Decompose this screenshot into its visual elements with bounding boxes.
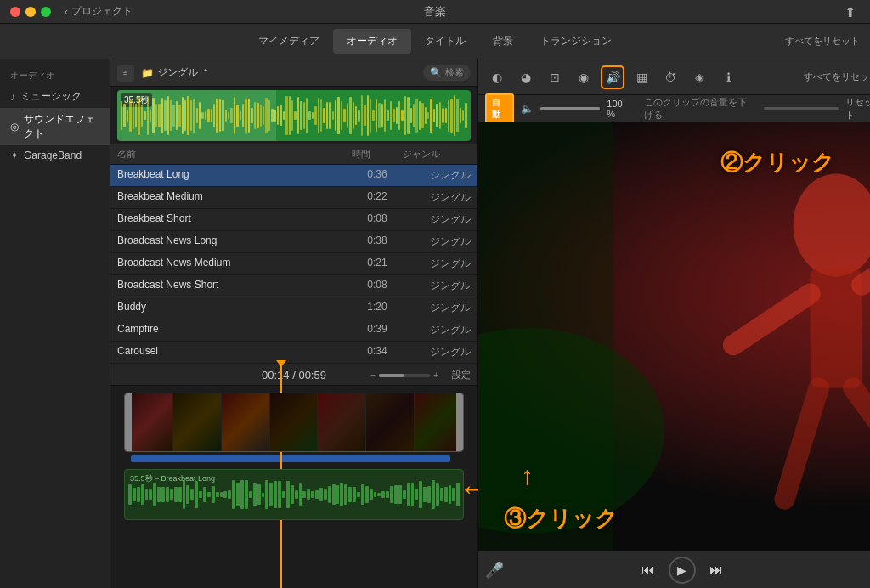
col-duration: 時間 <box>352 148 403 161</box>
info-tool[interactable]: ℹ <box>716 65 740 89</box>
filter-tool[interactable]: ◈ <box>687 65 711 89</box>
audio-track: 35.5秒 – Breakbeat Long <box>124 469 464 520</box>
reset-all-label[interactable]: すべてをリセット <box>804 71 870 83</box>
zoom-out-icon[interactable]: − <box>370 370 376 380</box>
tab-transition[interactable]: トランジション <box>527 29 625 54</box>
row-name: Breakbeat Short <box>117 212 352 227</box>
crop-tool[interactable]: ⊡ <box>543 65 567 89</box>
audio-browser: ≡ 📁 ジングル ⌃ 🔍 検索 35.5秒 <box>110 59 477 365</box>
waveform-bars <box>117 90 471 141</box>
tab-mymedia[interactable]: マイメディア <box>245 29 333 54</box>
annotation-click2: ②クリック <box>720 148 834 178</box>
back-button[interactable]: ‹ プロジェクト <box>65 4 133 19</box>
browser-topbar: ≡ 📁 ジングル ⌃ 🔍 検索 <box>110 59 477 87</box>
play-button[interactable]: ▶ <box>669 557 696 584</box>
playhead-head <box>276 360 286 367</box>
tab-title[interactable]: タイトル <box>411 29 479 54</box>
row-duration: 0:38 <box>352 235 403 249</box>
sidebar-label-garageband: GarageBand <box>24 150 82 161</box>
row-name: Breakbeat Medium <box>117 190 352 205</box>
titlebar: ‹ プロジェクト 音楽 ⬆ <box>0 0 870 24</box>
tab-audio[interactable]: オーディオ <box>333 29 411 54</box>
sidebar-item-soundeffects[interactable]: ◎ サウンドエフェクト <box>0 108 110 145</box>
row-duration: 1:20 <box>352 301 403 315</box>
volume-icon: 🔈 <box>521 103 534 115</box>
search-box[interactable]: 🔍 検索 <box>423 65 471 81</box>
auto-button[interactable]: 自動 <box>485 93 514 124</box>
speaker-icon: 🔊 <box>606 71 620 84</box>
row-duration: 0:34 <box>352 345 403 359</box>
row-genre: ジングル <box>403 345 471 359</box>
zoom-controls: − + <box>370 370 438 380</box>
sidebar-item-music[interactable]: ♪ ミュージック <box>0 85 110 108</box>
minimize-button[interactable] <box>25 7 36 17</box>
forward-button[interactable]: ⏭ <box>709 563 723 578</box>
volume-slider[interactable] <box>540 107 601 110</box>
titlebar-right: ⬆ <box>845 4 860 20</box>
reduce-label: このクリップの音量を下げる: <box>644 96 754 122</box>
annotation-click3-area: ③クリック ↑ <box>504 504 618 534</box>
table-row[interactable]: Breakbeat Long 0:36 ジングル <box>110 165 477 187</box>
maximize-button[interactable] <box>41 7 51 17</box>
chevron-icon: ⌃ <box>201 67 210 79</box>
row-genre: ジングル <box>403 235 471 249</box>
tab-background[interactable]: 背景 <box>479 29 527 54</box>
row-genre: ジングル <box>403 279 471 293</box>
row-duration: 0:08 <box>352 212 403 227</box>
window-title: 音楽 <box>424 4 446 20</box>
row-genre: ジングル <box>403 212 471 227</box>
video-frame-preview: ②クリック ③クリック ↑ <box>478 122 870 551</box>
table-row[interactable]: Broadcast News Medium 0:21 ジングル <box>110 253 477 275</box>
row-duration: 0:39 <box>352 323 403 337</box>
audio-table: 名前 時間 ジャンル Breakbeat Long 0:36 ジングル Brea… <box>110 144 477 365</box>
video-frame-4 <box>270 393 319 451</box>
chevron-left-icon: ‹ <box>65 6 68 18</box>
table-row[interactable]: Buddy 1:20 ジングル <box>110 297 477 319</box>
sidebar-header: オーディオ <box>0 66 110 85</box>
reduce-slider[interactable] <box>764 107 839 110</box>
garageband-icon: ✦ <box>10 150 19 161</box>
color-correction-tool[interactable]: ◐ <box>485 65 509 89</box>
sidebar: オーディオ ♪ ミュージック ◎ サウンドエフェクト ✦ GarageBand <box>0 59 110 588</box>
video-frame-6 <box>366 393 415 451</box>
color-wheel-tool[interactable]: ◕ <box>514 65 538 89</box>
audio-track-label: 35.5秒 – Breakbeat Long <box>130 473 215 484</box>
nav-prev-button[interactable]: ≡ <box>117 65 134 82</box>
video-frame-1 <box>125 393 173 451</box>
speed-tool[interactable]: ⏱ <box>658 65 682 89</box>
share-icon[interactable]: ⬆ <box>845 4 860 20</box>
reset-all-button[interactable]: すべてをリセット <box>785 35 860 48</box>
waveform-preview: 35.5秒 <box>117 90 471 141</box>
close-button[interactable] <box>10 7 20 17</box>
back-label: プロジェクト <box>71 4 133 19</box>
mic-button[interactable]: 🎤 <box>485 561 504 580</box>
stabilize-tool[interactable]: ◉ <box>572 65 596 89</box>
video-frame-5 <box>318 393 366 451</box>
row-name: Carousel <box>117 345 352 359</box>
settings-button[interactable]: 設定 <box>452 369 471 382</box>
volume-percent: 100 % <box>607 99 630 119</box>
track-handle-left[interactable] <box>125 393 132 451</box>
row-name: Campfire <box>117 323 352 337</box>
table-row[interactable]: Breakbeat Short 0:08 ジングル <box>110 209 477 231</box>
table-row[interactable]: Broadcast News Long 0:38 ジングル <box>110 231 477 253</box>
traffic-lights: ‹ プロジェクト <box>10 4 133 19</box>
reset-button[interactable]: リセット <box>845 96 870 122</box>
zoom-in-icon[interactable]: + <box>433 370 438 380</box>
video-frame-3 <box>222 393 270 451</box>
table-header: 名前 時間 ジャンル <box>110 144 477 165</box>
sidebar-item-garageband[interactable]: ✦ GarageBand <box>0 145 110 166</box>
table-row[interactable]: Carousel 0:34 ジングル <box>110 342 477 364</box>
table-row[interactable]: Breakbeat Medium 0:22 ジングル <box>110 187 477 209</box>
soundeffects-icon: ◎ <box>10 121 19 133</box>
chart-tool[interactable]: ▦ <box>630 65 653 89</box>
audio-tool[interactable]: 🔊 <box>601 65 624 89</box>
col-genre: ジャンル <box>403 148 471 161</box>
row-name: Breakbeat Long <box>117 168 352 183</box>
row-genre: ジングル <box>403 168 471 183</box>
table-row[interactable]: Broadcast News Short 0:08 ジングル <box>110 275 477 297</box>
rewind-button[interactable]: ⏮ <box>641 563 655 578</box>
table-row[interactable]: Campfire 0:39 ジングル <box>110 319 477 342</box>
search-placeholder: 検索 <box>445 66 464 79</box>
main-area: オーディオ ♪ ミュージック ◎ サウンドエフェクト ✦ GarageBand … <box>0 59 870 588</box>
